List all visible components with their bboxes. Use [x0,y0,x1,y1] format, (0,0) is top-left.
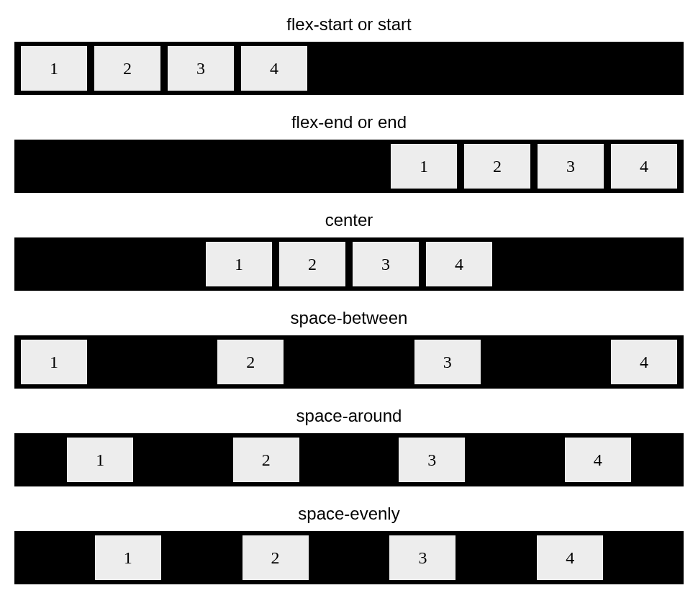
flex-item: 2 [241,534,310,581]
flex-container-space-evenly: 1 2 3 4 [14,531,684,584]
section-title: flex-start or start [14,14,684,35]
flex-container-flex-end: 1 2 3 4 [14,140,684,193]
section-title: flex-end or end [14,112,684,132]
section-title: space-between [14,308,684,328]
flex-item: 2 [232,436,301,484]
flex-container-center: 1 2 3 4 [14,237,684,291]
flex-item: 3 [397,436,466,484]
flex-item: 2 [278,240,347,288]
flex-container-space-between: 1 2 3 4 [14,335,684,389]
section-flex-start: flex-start or start 1 2 3 4 [14,14,684,95]
flex-item: 1 [65,436,135,484]
flex-item: 3 [413,338,482,386]
flex-container-flex-start: 1 2 3 4 [14,42,684,95]
flex-item: 4 [609,142,679,190]
flex-item: 3 [166,45,235,92]
flex-item: 1 [94,534,163,581]
flex-container-space-around: 1 2 3 4 [14,433,684,486]
flex-item: 1 [19,45,89,92]
flex-item: 4 [609,338,679,386]
section-space-between: space-between 1 2 3 4 [14,308,684,389]
flex-item: 1 [19,338,89,386]
flex-item: 2 [93,45,162,92]
flex-item: 1 [204,240,273,288]
flex-item: 4 [535,534,604,581]
section-space-evenly: space-evenly 1 2 3 4 [14,504,684,584]
flex-item: 1 [389,142,458,190]
flex-item: 3 [388,534,457,581]
flex-item: 4 [240,45,309,92]
section-title: space-around [14,406,684,426]
section-title: center [14,210,684,230]
flex-item: 4 [425,240,494,288]
section-space-around: space-around 1 2 3 4 [14,406,684,486]
flex-item: 3 [351,240,420,288]
flex-item: 3 [536,142,605,190]
flex-item: 2 [216,338,285,386]
section-center: center 1 2 3 4 [14,210,684,291]
flex-item: 4 [563,436,633,484]
section-flex-end: flex-end or end 1 2 3 4 [14,112,684,193]
section-title: space-evenly [14,504,684,524]
flex-item: 2 [463,142,532,190]
